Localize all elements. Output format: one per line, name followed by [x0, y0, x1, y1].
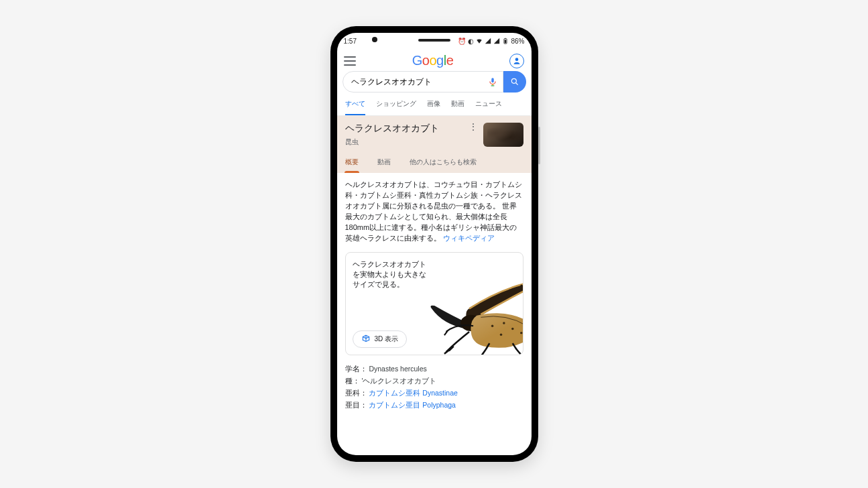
- tab-videos[interactable]: 動画: [451, 99, 464, 115]
- knowledge-panel-header: ヘラクレスオオカブト 昆虫 ⋮ 概要 動画 他の人はこちらも検索: [337, 116, 532, 173]
- fact-species: 種： 'ヘルクレスオオカブト: [345, 375, 523, 387]
- svg-rect-4: [491, 78, 494, 82]
- category-tabs: すべて ショッピング 画像 動画 ニュース: [337, 93, 532, 116]
- tab-all[interactable]: すべて: [345, 99, 365, 115]
- search-row: [337, 71, 532, 93]
- svg-point-7: [369, 337, 369, 337]
- search-input[interactable]: [351, 77, 488, 86]
- fact-suborder: 亜目： カブトムシ亜目 Polyphaga: [345, 400, 523, 412]
- fact-sci-name: 学名： Dynastes hercules: [345, 363, 523, 375]
- svg-point-14: [499, 334, 501, 336]
- phone-side-button: [538, 127, 540, 164]
- svg-point-13: [511, 328, 513, 330]
- status-icons: ⏰ ◐ 86%: [458, 38, 524, 45]
- account-icon: [512, 56, 521, 66]
- kp-thumbnail[interactable]: [483, 123, 523, 147]
- phone-frame: 1:57 ⏰ ◐ 86% Google: [330, 26, 538, 462]
- tab-news[interactable]: ニュース: [475, 99, 502, 115]
- kp-tab-overview[interactable]: 概要: [345, 158, 359, 173]
- signal-icon-2: [493, 38, 500, 44]
- facts-list: 学名： Dynastes hercules 種： 'ヘルクレスオオカブト 亜科：…: [345, 363, 523, 411]
- svg-point-15: [520, 332, 522, 334]
- kp-tab-related[interactable]: 他の人はこちらも検索: [410, 158, 477, 173]
- tab-images[interactable]: 画像: [427, 99, 440, 115]
- svg-point-11: [491, 325, 493, 327]
- content-area: ヘルクレスオオカブトは、コウチュウ目・カブトムシ科・カブトムシ亜科・真性カブトム…: [337, 173, 532, 455]
- tab-shopping[interactable]: ショッピング: [376, 99, 416, 115]
- suborder-link[interactable]: カブトムシ亜目 Polyphaga: [369, 401, 456, 409]
- kp-tab-videos[interactable]: 動画: [377, 158, 391, 173]
- wikipedia-link[interactable]: ウィキペディア: [443, 234, 495, 242]
- svg-point-5: [511, 78, 516, 83]
- search-button[interactable]: [503, 71, 526, 93]
- battery-icon: [502, 38, 509, 44]
- ar-3d-button[interactable]: 3D 表示: [353, 330, 408, 349]
- signal-icon: [485, 38, 491, 44]
- svg-point-6: [362, 337, 363, 337]
- beetle-illustration: [414, 267, 523, 355]
- svg-point-9: [369, 340, 369, 341]
- ar-button-label: 3D 表示: [375, 334, 399, 345]
- kp-description: ヘルクレスオオカブトは、コウチュウ目・カブトムシ科・カブトムシ亜科・真性カブトム…: [345, 180, 523, 244]
- kp-more-button[interactable]: ⋮: [469, 121, 478, 132]
- dnd-icon: ◐: [468, 38, 474, 45]
- fact-subfamily: 亜科： カブトムシ亜科 Dynastinae: [345, 387, 523, 400]
- svg-rect-1: [505, 38, 507, 39]
- kp-title: ヘラクレスオオカブト: [345, 123, 439, 135]
- svg-rect-2: [505, 40, 507, 43]
- svg-point-8: [362, 340, 363, 341]
- battery-percent: 86%: [511, 38, 524, 45]
- kp-tabs: 概要 動画 他の人はこちらも検索: [345, 158, 523, 173]
- status-time: 1:57: [344, 38, 357, 45]
- wifi-icon: [476, 38, 483, 44]
- subfamily-link[interactable]: カブトムシ亜科 Dynastinae: [369, 389, 457, 397]
- mic-icon[interactable]: [488, 77, 497, 86]
- menu-button[interactable]: [344, 56, 356, 66]
- cube-3d-icon: [361, 334, 371, 344]
- screen: 1:57 ⏰ ◐ 86% Google: [337, 33, 532, 455]
- ar-card[interactable]: ヘラクレスオオカブトを実物大よりも大きなサイズで見る。 3D 表示: [345, 252, 523, 356]
- alarm-icon: ⏰: [458, 38, 466, 45]
- search-icon: [510, 77, 519, 86]
- account-button[interactable]: [509, 54, 524, 68]
- search-box[interactable]: [343, 71, 503, 93]
- statusbar: 1:57 ⏰ ◐ 86%: [337, 33, 532, 49]
- kp-subtitle: 昆虫: [345, 137, 439, 147]
- app-header: Google: [337, 49, 532, 71]
- svg-point-12: [503, 322, 505, 324]
- svg-point-3: [515, 58, 519, 61]
- google-logo: Google: [412, 53, 454, 68]
